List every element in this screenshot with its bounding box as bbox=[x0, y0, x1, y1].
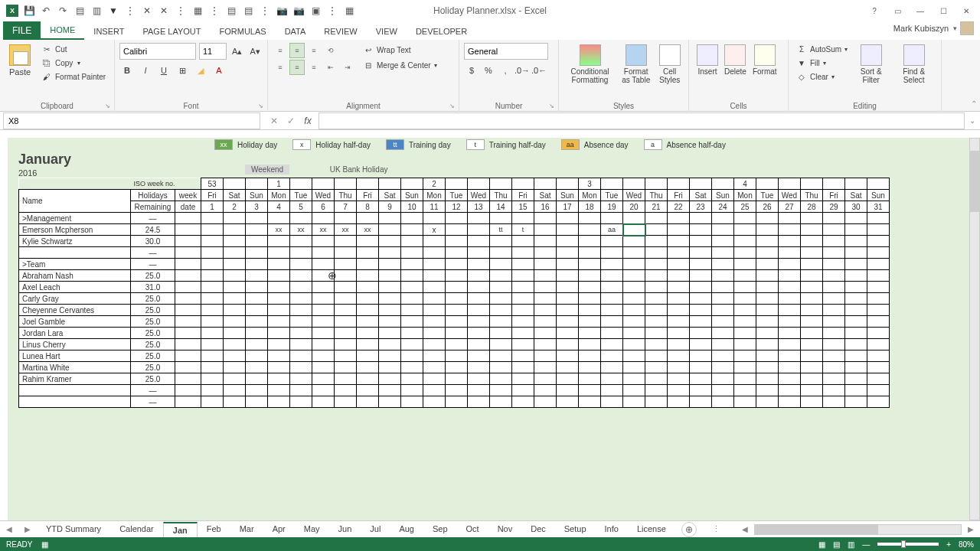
sheet-tab-info[interactable]: Info bbox=[596, 522, 628, 537]
sheet-nav-next-icon[interactable]: ▶ bbox=[18, 525, 37, 533]
sheet-tab-aug[interactable]: Aug bbox=[390, 522, 423, 537]
grow-font-icon[interactable]: A▴ bbox=[230, 44, 245, 59]
percent-icon[interactable]: % bbox=[481, 63, 496, 78]
sheet-tab-feb[interactable]: Feb bbox=[198, 522, 230, 537]
new-sheet-button[interactable]: ⊕ bbox=[681, 522, 697, 537]
cell-styles-button[interactable]: Cell Styles bbox=[655, 43, 684, 110]
comma-icon[interactable]: , bbox=[498, 63, 513, 78]
align-left-icon[interactable]: ≡ bbox=[273, 60, 288, 75]
accept-formula-icon[interactable]: ✓ bbox=[285, 115, 297, 127]
format-painter-button[interactable]: 🖌Format Painter bbox=[38, 70, 109, 83]
sheet-tab-jul[interactable]: Jul bbox=[361, 522, 390, 537]
sheet-tab-license[interactable]: License bbox=[628, 522, 675, 537]
bold-button[interactable]: B bbox=[119, 63, 135, 78]
copy-button[interactable]: ⿻Copy▾ bbox=[38, 57, 109, 69]
sheet-tab-jun[interactable]: Jun bbox=[329, 522, 361, 537]
qat-icon[interactable]: ✕ bbox=[158, 5, 170, 17]
qat-icon[interactable]: ▤ bbox=[74, 5, 86, 17]
sheet-tab-sep[interactable]: Sep bbox=[423, 522, 457, 537]
cond-format-button[interactable]: Conditional Formatting bbox=[564, 43, 616, 110]
indent-dec-icon[interactable]: ⇤ bbox=[323, 60, 338, 75]
italic-button[interactable]: I bbox=[138, 63, 153, 78]
zoom-level[interactable]: 80% bbox=[959, 540, 974, 549]
tab-home[interactable]: HOME bbox=[41, 21, 84, 40]
v-scrollbar[interactable] bbox=[969, 138, 980, 520]
qat-icon[interactable]: ▦ bbox=[343, 5, 355, 17]
font-color-button[interactable]: A bbox=[211, 63, 227, 78]
font-name-select[interactable] bbox=[119, 43, 196, 60]
tab-review[interactable]: REVIEW bbox=[315, 23, 366, 40]
find-select-button[interactable]: Find & Select bbox=[891, 43, 936, 110]
align-top-icon[interactable]: ≡ bbox=[273, 43, 288, 58]
sheet-tab-jan[interactable]: Jan bbox=[163, 522, 198, 537]
delete-cells-button[interactable]: Delete bbox=[721, 43, 750, 110]
macro-icon[interactable]: ▦ bbox=[41, 540, 48, 549]
collapse-ribbon-icon[interactable]: ⌃ bbox=[971, 99, 977, 108]
align-middle-icon[interactable]: ≡ bbox=[289, 43, 305, 58]
tab-formulas[interactable]: FORMULAS bbox=[211, 23, 276, 40]
tab-view[interactable]: VIEW bbox=[367, 23, 407, 40]
filter-icon[interactable]: ▼ bbox=[107, 5, 119, 17]
formula-bar[interactable] bbox=[318, 112, 965, 129]
redo-icon[interactable]: ↷ bbox=[57, 5, 69, 17]
border-button[interactable]: ⊞ bbox=[175, 63, 190, 78]
sheet-tab-may[interactable]: May bbox=[295, 522, 329, 537]
name-box[interactable] bbox=[3, 112, 260, 129]
wrap-text-button[interactable]: ↩Wrap Text bbox=[360, 43, 440, 57]
qat-icon[interactable]: ▣ bbox=[309, 5, 322, 17]
num-launcher-icon[interactable]: ↘ bbox=[549, 103, 557, 110]
minimize-icon[interactable]: — bbox=[911, 4, 929, 18]
user-name[interactable]: Mark Kubiszyn bbox=[893, 24, 949, 33]
dec-decimal-icon[interactable]: .0← bbox=[531, 63, 547, 78]
sheet-tab-nov[interactable]: Nov bbox=[488, 522, 522, 537]
sort-filter-button[interactable]: Sort & Filter bbox=[851, 43, 891, 110]
zoom-out-icon[interactable]: — bbox=[862, 540, 870, 549]
inc-decimal-icon[interactable]: .0→ bbox=[514, 63, 530, 78]
shrink-font-icon[interactable]: A▾ bbox=[248, 44, 263, 59]
sheet-tab-apr[interactable]: Apr bbox=[263, 522, 295, 537]
save-icon[interactable]: 💾 bbox=[23, 5, 35, 17]
number-format-select[interactable] bbox=[464, 43, 548, 60]
fill-button[interactable]: ▼Fill▾ bbox=[793, 57, 851, 69]
qat-icon[interactable]: ✕ bbox=[141, 5, 153, 17]
tab-insert[interactable]: INSERT bbox=[84, 23, 133, 40]
qat-icon[interactable]: ▥ bbox=[90, 5, 103, 17]
clipboard-launcher-icon[interactable]: ↘ bbox=[105, 103, 113, 110]
clear-button[interactable]: ◇Clear▾ bbox=[793, 70, 851, 83]
close-icon[interactable]: ✕ bbox=[957, 4, 975, 18]
align-right-icon[interactable]: ≡ bbox=[306, 60, 322, 75]
cancel-formula-icon[interactable]: ✕ bbox=[268, 115, 280, 127]
expand-formula-icon[interactable]: ⌄ bbox=[965, 116, 980, 125]
autosum-button[interactable]: ΣAutoSum▾ bbox=[793, 43, 851, 55]
sheet-tab-dec[interactable]: Dec bbox=[521, 522, 555, 537]
sheet-nav-prev-icon[interactable]: ◀ bbox=[0, 525, 18, 533]
sheet-tab-ytd-summary[interactable]: YTD Summary bbox=[37, 522, 110, 537]
camera-icon[interactable]: 📷 bbox=[276, 5, 288, 17]
format-cells-button[interactable]: Format bbox=[750, 43, 780, 110]
font-size-select[interactable] bbox=[199, 43, 227, 60]
view-normal-icon[interactable]: ▦ bbox=[818, 540, 825, 549]
hscroll-left-icon[interactable]: ◀ bbox=[736, 525, 754, 533]
merge-button[interactable]: ⊟Merge & Center▾ bbox=[360, 58, 440, 72]
cut-button[interactable]: ✂Cut bbox=[38, 43, 109, 55]
zoom-slider[interactable] bbox=[877, 543, 939, 546]
fill-color-button[interactable]: ◢ bbox=[193, 63, 208, 78]
ribbon-opts-icon[interactable]: ▭ bbox=[888, 4, 906, 18]
zoom-in-icon[interactable]: + bbox=[946, 540, 951, 549]
align-bottom-icon[interactable]: ≡ bbox=[306, 43, 322, 58]
hscroll-right-icon[interactable]: ▶ bbox=[962, 525, 980, 533]
planner-grid[interactable]: ISO week no.531234NameHolidaysweekFriSat… bbox=[18, 178, 890, 408]
orientation-icon[interactable]: ⟲ bbox=[323, 43, 338, 58]
sheet-tab-calendar[interactable]: Calendar bbox=[110, 522, 163, 537]
sheet-tab-mar[interactable]: Mar bbox=[230, 522, 263, 537]
maximize-icon[interactable]: ☐ bbox=[934, 4, 952, 18]
undo-icon[interactable]: ↶ bbox=[40, 5, 52, 17]
fx-icon[interactable]: fx bbox=[302, 115, 314, 127]
insert-cells-button[interactable]: Insert bbox=[694, 43, 721, 110]
font-launcher-icon[interactable]: ↘ bbox=[258, 103, 266, 110]
indent-inc-icon[interactable]: ⇥ bbox=[340, 60, 355, 75]
tab-developer[interactable]: DEVELOPER bbox=[407, 23, 476, 40]
sheet-tab-oct[interactable]: Oct bbox=[457, 522, 488, 537]
tab-file[interactable]: FILE bbox=[3, 21, 41, 40]
calculator-icon[interactable]: ▦ bbox=[191, 5, 204, 17]
